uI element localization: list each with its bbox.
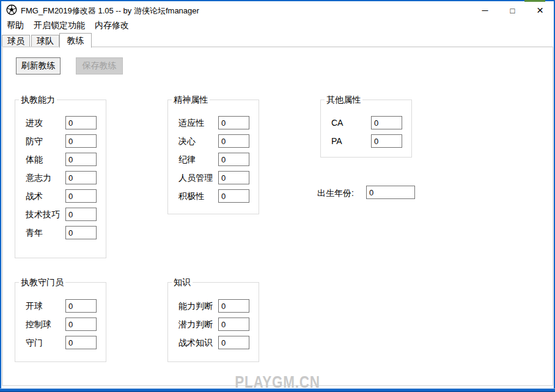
field-row: 体能	[15, 153, 106, 167]
field-label: 防守	[26, 136, 43, 147]
fitness-input[interactable]	[65, 153, 97, 166]
field-label: 决心	[178, 136, 196, 147]
minimize-button[interactable]: ─	[471, 1, 499, 20]
group-knowledge: 知识 能力判断 潜力判断 战术知识	[167, 282, 259, 362]
field-label: PA	[331, 136, 342, 146]
field-row: 战术知识	[168, 336, 259, 350]
coach-tab-page: 刷新教练 保存教练 执教能力 进攻 防守 体能 意志力 战术	[2, 46, 553, 386]
field-label: 守门	[26, 338, 43, 349]
field-label: CA	[331, 118, 343, 128]
field-label: 纪律	[178, 154, 196, 165]
field-label: 潜力判断	[178, 319, 213, 330]
determination-input[interactable]	[218, 134, 249, 148]
group-coaching-ability: 执教能力 进攻 防守 体能 意志力 战术 技术技巧	[15, 100, 106, 258]
field-label: 控制球	[26, 319, 51, 330]
tactical-knowledge-input[interactable]	[218, 336, 249, 349]
menu-item-help[interactable]: 帮助	[2, 19, 29, 32]
field-row: 控制球	[15, 318, 106, 332]
field-row: 潜力判断	[168, 318, 259, 332]
field-label: 积极性	[178, 191, 204, 202]
group-gk-coaching: 执教守门员 开球 控制球 守门	[15, 282, 106, 362]
field-label: 青年	[26, 228, 43, 239]
field-label: 体能	[26, 154, 43, 165]
field-row: PA	[321, 134, 411, 149]
youth-input[interactable]	[65, 226, 97, 239]
field-label: 意志力	[26, 173, 51, 184]
discipline-input[interactable]	[218, 153, 249, 166]
field-row: 青年	[15, 226, 106, 241]
window-border-left	[0, 0, 1, 392]
field-label: 战术	[26, 191, 43, 202]
field-row: 技术技巧	[15, 208, 106, 222]
gk-shotstopping-input[interactable]	[65, 336, 97, 349]
group-title: 知识	[172, 277, 193, 288]
field-row: 适应性	[168, 116, 259, 131]
window-title: FMG_FM2019修改器 1.05 -- by 游侠论坛fmanager	[21, 5, 199, 16]
field-row: 人员管理	[168, 171, 259, 186]
menu-bar: 帮助 开启锁定功能 内存修改	[2, 19, 134, 32]
field-label: 技术技巧	[26, 209, 60, 220]
group-other-attributes: 其他属性 CA PA	[320, 100, 412, 158]
ca-input[interactable]	[371, 116, 402, 129]
title-bar: FMG_FM2019修改器 1.05 -- by 游侠论坛fmanager ─ …	[1, 1, 554, 18]
field-label: 人员管理	[178, 173, 213, 184]
window-border-bottom	[0, 388, 555, 392]
birth-year-input[interactable]	[366, 186, 415, 199]
birth-year-label: 出生年份:	[317, 188, 354, 199]
field-row: 能力判断	[168, 299, 259, 314]
man-management-input[interactable]	[218, 171, 249, 184]
pa-input[interactable]	[371, 134, 402, 148]
window-border-top	[0, 0, 555, 1]
motivation-input[interactable]	[218, 189, 249, 203]
refresh-coach-button[interactable]: 刷新教练	[16, 57, 61, 74]
menu-item-memory-edit[interactable]: 内存修改	[90, 19, 134, 32]
field-label: 进攻	[26, 118, 43, 129]
tab-team[interactable]: 球队	[31, 35, 59, 47]
field-label: 适应性	[178, 118, 204, 129]
field-row: 守门	[15, 336, 106, 350]
field-label: 战术知识	[178, 338, 213, 349]
field-row: 开球	[15, 299, 106, 314]
gk-handling-input[interactable]	[65, 318, 97, 331]
tactics-input[interactable]	[65, 189, 97, 203]
potential-judgement-input[interactable]	[218, 318, 249, 331]
gk-distribution-input[interactable]	[65, 299, 97, 313]
group-title: 其他属性	[325, 95, 362, 106]
field-row: 决心	[168, 134, 259, 149]
attack-input[interactable]	[65, 116, 97, 129]
field-row: 进攻	[15, 116, 106, 131]
ability-judgement-input[interactable]	[218, 299, 249, 313]
field-row: 防守	[15, 134, 106, 149]
group-title: 执教能力	[19, 95, 57, 106]
group-title: 精神属性	[172, 95, 210, 106]
group-title: 执教守门员	[19, 277, 65, 288]
field-row: 积极性	[168, 189, 259, 204]
defense-input[interactable]	[65, 134, 97, 148]
tab-coach[interactable]: 教练	[59, 33, 92, 48]
close-button[interactable]: ×	[526, 1, 554, 20]
field-row: 纪律	[168, 153, 259, 167]
field-label: 开球	[26, 301, 43, 312]
field-label: 能力判断	[178, 301, 213, 312]
save-coach-button: 保存教练	[76, 57, 123, 74]
willpower-input[interactable]	[65, 171, 97, 184]
tab-player[interactable]: 球员	[2, 35, 30, 47]
soccer-ball-icon	[6, 4, 17, 15]
desktop-artifact	[524, 0, 545, 2]
app-window: FMG_FM2019修改器 1.05 -- by 游侠论坛fmanager ─ …	[0, 0, 555, 392]
window-controls: ─ □ ×	[471, 1, 554, 20]
menu-item-enable-lock[interactable]: 开启锁定功能	[29, 19, 90, 32]
field-row: 战术	[15, 189, 106, 204]
field-row: CA	[321, 116, 411, 131]
adaptability-input[interactable]	[218, 116, 249, 129]
group-mental-attributes: 精神属性 适应性 决心 纪律 人员管理 积极性	[167, 100, 259, 214]
maximize-button[interactable]: □	[499, 1, 526, 20]
technical-input[interactable]	[65, 208, 97, 221]
field-row: 意志力	[15, 171, 106, 186]
